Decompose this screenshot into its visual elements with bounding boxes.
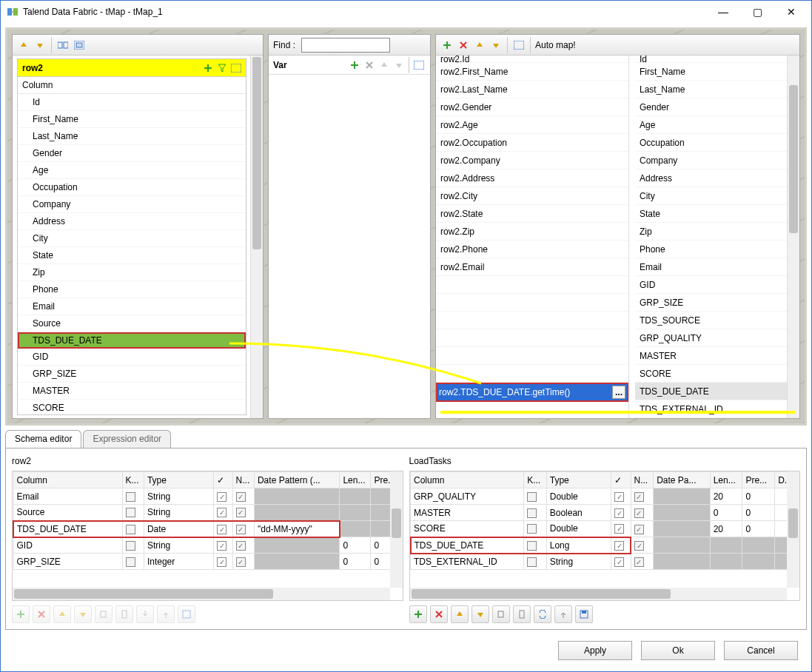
filter-icon[interactable] (215, 61, 229, 75)
input-column-row[interactable]: MASTER (18, 383, 246, 400)
nullable-checkbox[interactable] (614, 557, 624, 567)
input-column-row[interactable]: TDS_DUE_DATE (18, 332, 246, 349)
input-column-row[interactable]: State (18, 247, 246, 264)
expression-row[interactable]: row2.City (436, 187, 628, 205)
column-header[interactable]: Column (13, 472, 122, 488)
add-var-icon[interactable] (348, 58, 361, 72)
output-row[interactable]: TDS_DUE_DATE (635, 383, 799, 400)
expression-row[interactable]: row2.State (436, 205, 628, 223)
export-button[interactable] (554, 605, 572, 623)
remove-output-icon[interactable] (457, 38, 470, 52)
column-header[interactable]: ✓ (611, 472, 631, 488)
expression-row[interactable] (436, 329, 628, 347)
expression-row[interactable] (436, 347, 628, 365)
column-header[interactable]: Type (144, 472, 213, 488)
expression-row[interactable] (436, 294, 628, 312)
column-header[interactable]: Date Pa... (654, 472, 711, 488)
input-column-row[interactable]: Phone (18, 281, 246, 298)
table-row[interactable]: MASTERBoolean00 (411, 505, 799, 521)
output-row[interactable]: Email (635, 258, 799, 276)
nullable-checkbox[interactable] (217, 541, 227, 551)
output-row[interactable]: TDS_SOURCE (635, 312, 799, 329)
column-header[interactable]: Len... (710, 472, 742, 488)
layout-icon[interactable] (56, 38, 70, 52)
n-checkbox[interactable] (634, 525, 644, 534)
output-row[interactable]: GRP_SIZE (635, 294, 799, 312)
output-expand-icon[interactable] (512, 38, 526, 52)
input-column-row[interactable]: Company (18, 196, 246, 213)
n-checkbox[interactable] (236, 508, 246, 517)
table-row[interactable]: TDS_DUE_DATEDate"dd-MM-yyyy" (13, 521, 402, 537)
remove-var-icon[interactable] (363, 58, 376, 72)
output-row[interactable]: Age (635, 116, 799, 134)
ok-button[interactable]: Ok (641, 641, 715, 660)
minimize-button[interactable]: — (706, 1, 740, 23)
nullable-checkbox[interactable] (614, 541, 624, 551)
column-header[interactable]: Column (411, 472, 524, 488)
paste-button[interactable] (513, 605, 531, 623)
row-down-button[interactable] (472, 605, 489, 623)
key-checkbox[interactable] (126, 541, 135, 551)
save-button[interactable] (575, 605, 593, 623)
output-row[interactable]: Address (635, 169, 799, 187)
expression-row[interactable]: row2.Occupation (436, 134, 628, 152)
input-column-row[interactable]: SCORE (18, 400, 246, 415)
expression-row[interactable]: row2.Last_Name (436, 81, 628, 98)
output-row[interactable]: City (635, 187, 799, 205)
input-column-row[interactable]: Email (18, 298, 246, 315)
tab-schema-editor[interactable]: Schema editor (5, 430, 81, 448)
column-header[interactable]: Len... (340, 472, 371, 488)
output-up-icon[interactable] (473, 38, 486, 52)
expression-row[interactable]: row2.Email (436, 258, 628, 276)
key-checkbox[interactable] (126, 557, 135, 567)
output-row[interactable]: GRP_QUALITY (635, 329, 799, 347)
cancel-button[interactable]: Cancel (724, 641, 798, 660)
key-checkbox[interactable] (126, 508, 135, 517)
input-column-row[interactable]: First_Name (18, 111, 246, 128)
input-column-row[interactable]: Gender (18, 145, 246, 162)
expression-row[interactable]: row2.TDS_DUE_DATE.getTime()... (436, 383, 628, 402)
nullable-checkbox[interactable] (217, 508, 227, 517)
input-column-row[interactable]: Occupation (18, 179, 246, 196)
input-table-header[interactable]: row2 (18, 59, 246, 77)
add-output-icon[interactable] (440, 38, 454, 52)
output-row[interactable]: TDS_EXTERNAL_ID (635, 400, 799, 418)
nullable-checkbox[interactable] (614, 492, 624, 502)
output-row[interactable]: MASTER (635, 347, 799, 365)
expression-row[interactable] (436, 312, 628, 329)
key-checkbox[interactable] (527, 508, 537, 518)
var-expand-icon[interactable] (412, 58, 426, 72)
find-input[interactable] (301, 38, 390, 53)
maximize-button[interactable]: ▢ (740, 1, 774, 23)
output-row[interactable]: Zip (635, 223, 799, 241)
output-row[interactable]: State (635, 205, 799, 223)
n-checkbox[interactable] (236, 525, 246, 534)
arrow-down-icon[interactable] (33, 38, 47, 52)
nullable-checkbox[interactable] (217, 557, 227, 567)
input-column-row[interactable]: Address (18, 213, 246, 230)
nullable-checkbox[interactable] (217, 525, 227, 534)
tab-expression-editor[interactable]: Expression editor (83, 430, 171, 448)
expression-row[interactable]: row2.Id (436, 56, 628, 63)
table-row[interactable]: EmailString (13, 488, 402, 505)
output-row[interactable]: GID (635, 276, 799, 294)
column-header[interactable]: K... (524, 472, 547, 488)
n-checkbox[interactable] (236, 541, 246, 551)
n-checkbox[interactable] (634, 492, 644, 502)
output-row[interactable]: First_Name (635, 63, 799, 81)
expression-row[interactable]: row2.Company (436, 152, 628, 169)
input-column-row[interactable]: Zip (18, 264, 246, 281)
editor-icon[interactable] (229, 61, 243, 75)
expression-row[interactable]: row2.Gender (436, 98, 628, 116)
var-down-icon[interactable] (392, 58, 406, 72)
row-up-button[interactable] (451, 605, 469, 623)
close-button[interactable]: ✕ (774, 1, 808, 23)
output-row[interactable]: SCORE (635, 365, 799, 383)
column-header[interactable]: Date Pattern (... (254, 472, 339, 488)
copy-button[interactable] (492, 605, 510, 623)
expression-row[interactable]: row2.Zip (436, 223, 628, 241)
column-header[interactable]: N... (631, 472, 654, 488)
schema-left-vscroll[interactable] (390, 471, 403, 588)
output-down-icon[interactable] (489, 38, 503, 52)
column-header[interactable]: Type (546, 472, 611, 488)
